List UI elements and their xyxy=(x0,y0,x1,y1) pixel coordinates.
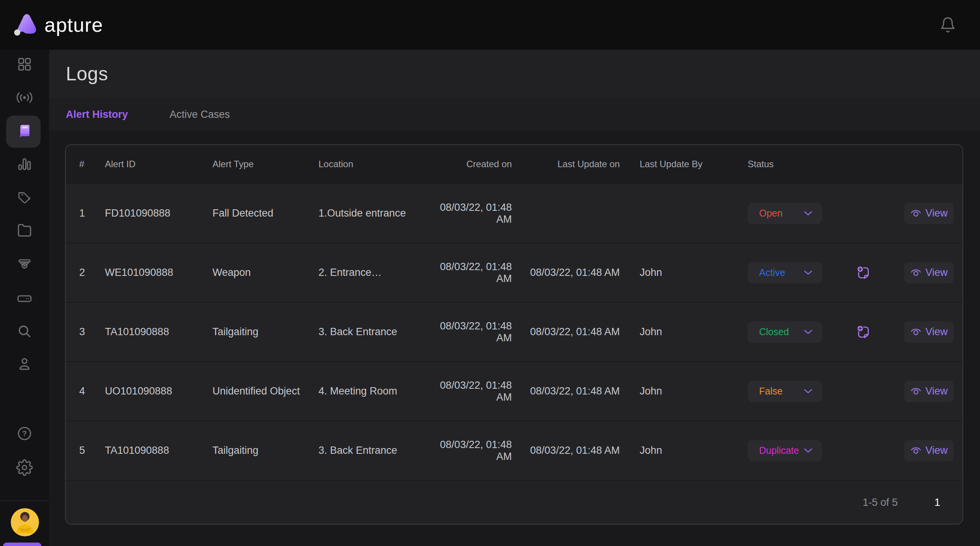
alert-type-cell: Unidentified Object xyxy=(212,385,318,397)
view-button[interactable]: View xyxy=(904,321,954,343)
last-update-by-cell: John xyxy=(620,385,748,397)
created-on-cell: 08/03/22, 01:48 AM xyxy=(424,439,512,463)
alert-type-cell: Fall Detected xyxy=(212,207,318,219)
live-broadcast-icon xyxy=(16,90,33,106)
view-button[interactable]: View xyxy=(904,203,954,224)
table-row: 2 WE101090888 Weapon 2. Entrance… 08/03/… xyxy=(66,243,962,302)
alert-type-cell: Tailgaiting xyxy=(212,445,318,456)
sidebar: ? xyxy=(0,50,49,546)
table-footer: 1-5 of 5 1 xyxy=(66,480,962,525)
view-button-label: View xyxy=(925,445,947,456)
alert-type-cell: Weapon xyxy=(212,267,318,279)
status-dropdown[interactable]: Active xyxy=(748,262,822,284)
view-button-label: View xyxy=(925,385,947,397)
table-row: 5 TA101090888 Tailgaiting 3. Back Entran… xyxy=(66,421,962,480)
row-number: 3 xyxy=(79,326,105,338)
chevron-down-icon xyxy=(804,448,812,453)
sidebar-item-dashboard[interactable] xyxy=(0,48,49,81)
status-dropdown[interactable]: Duplicate xyxy=(748,440,822,461)
sidebar-bottom-accent xyxy=(3,543,41,546)
sidebar-item-analytics[interactable] xyxy=(0,148,49,181)
created-on-cell: 08/03/22, 01:48 AM xyxy=(424,261,512,285)
sidebar-item-users[interactable] xyxy=(0,348,49,381)
eye-icon xyxy=(910,386,921,396)
status-label: Open xyxy=(759,208,782,219)
logs-book-icon xyxy=(16,123,33,140)
tab-alert-history[interactable]: Alert History xyxy=(66,109,128,121)
location-cell: 3. Back Entrance xyxy=(318,326,424,338)
view-button[interactable]: View xyxy=(904,262,954,284)
created-on-cell: 08/03/22, 01:48 AM xyxy=(424,202,512,225)
status-label: Duplicate xyxy=(759,445,799,456)
row-number: 1 xyxy=(79,207,105,219)
location-cell: 4. Meeting Room xyxy=(318,385,424,397)
status-label: Closed xyxy=(759,326,789,337)
view-button[interactable]: View xyxy=(904,381,954,402)
profile-avatar[interactable] xyxy=(11,508,39,536)
status-label: Active xyxy=(759,267,785,278)
view-button-label: View xyxy=(925,207,947,219)
alert-type-cell: Tailgaiting xyxy=(212,326,318,338)
sidebar-item-tags[interactable] xyxy=(0,181,49,214)
apture-logo-icon xyxy=(14,13,38,37)
add-case-icon xyxy=(856,324,871,340)
col-header-created-on: Created on xyxy=(424,159,512,170)
table-row: 4 UO101090888 Unidentified Object 4. Mee… xyxy=(66,361,962,421)
sidebar-item-cameras[interactable] xyxy=(0,249,49,282)
alert-id-cell: WE101090888 xyxy=(105,267,212,279)
last-update-on-cell: 08/03/22, 01:48 AM xyxy=(512,445,620,456)
notifications-bell-icon[interactable] xyxy=(937,14,959,36)
row-number: 5 xyxy=(79,445,105,456)
sidebar-item-logs[interactable] xyxy=(0,115,49,148)
col-header-last-update-on: Last Update on xyxy=(512,159,620,170)
pagination-current-page[interactable]: 1 xyxy=(934,497,940,509)
col-header-status: Status xyxy=(748,159,822,170)
location-cell: 1.Outside entrance xyxy=(318,207,424,219)
alert-id-cell: TA101090888 xyxy=(105,445,212,456)
col-header-last-update-by: Last Update By xyxy=(620,159,748,170)
folder-icon xyxy=(16,222,33,238)
last-update-by-cell: John xyxy=(620,445,748,456)
status-dropdown[interactable]: Closed xyxy=(748,321,822,343)
add-case-button[interactable] xyxy=(856,324,871,340)
view-button[interactable]: View xyxy=(904,440,954,461)
sidebar-item-devices[interactable] xyxy=(0,282,49,315)
sidebar-item-settings[interactable] xyxy=(0,451,49,484)
chevron-down-icon xyxy=(804,270,812,275)
main-content: Logs Alert History Active Cases # Alert … xyxy=(49,50,980,546)
sidebar-item-search[interactable] xyxy=(0,315,49,348)
chevron-down-icon xyxy=(804,329,812,334)
status-label: False xyxy=(759,386,782,397)
eye-icon xyxy=(910,268,921,277)
col-header-location: Location xyxy=(318,159,424,170)
last-update-on-cell: 08/03/22, 01:48 AM xyxy=(512,326,620,338)
last-update-by-cell: John xyxy=(620,267,748,279)
created-on-cell: 08/03/22, 01:48 AM xyxy=(424,320,512,344)
chevron-down-icon xyxy=(804,389,812,394)
status-dropdown[interactable]: False xyxy=(748,381,822,402)
eye-icon xyxy=(910,446,921,455)
alert-id-cell: TA101090888 xyxy=(105,326,212,338)
settings-gear-icon xyxy=(16,459,33,476)
tab-active-cases[interactable]: Active Cases xyxy=(170,109,230,121)
svg-text:?: ? xyxy=(22,429,27,438)
dashboard-grid-icon xyxy=(16,56,33,72)
col-header-alert-type: Alert Type xyxy=(212,159,318,170)
alert-id-cell: FD101090888 xyxy=(105,207,212,219)
add-case-icon xyxy=(856,265,871,280)
search-icon xyxy=(16,323,33,339)
add-case-button[interactable] xyxy=(856,265,871,280)
col-header-num: # xyxy=(79,159,105,170)
alert-id-cell: UO101090888 xyxy=(105,385,212,397)
sidebar-item-help[interactable]: ? xyxy=(0,417,49,450)
brand-name: apture xyxy=(44,13,103,36)
page-title: Logs xyxy=(66,63,108,85)
title-band: Logs xyxy=(49,50,980,98)
status-dropdown[interactable]: Open xyxy=(748,203,822,224)
sidebar-item-folders[interactable] xyxy=(0,214,49,246)
sidebar-item-live[interactable] xyxy=(0,81,49,114)
view-button-label: View xyxy=(925,326,947,338)
table-body: 1 FD101090888 Fall Detected 1.Outside en… xyxy=(66,183,962,480)
table-header-row: # Alert ID Alert Type Location Created o… xyxy=(66,145,962,183)
camera-dome-icon xyxy=(16,258,33,274)
